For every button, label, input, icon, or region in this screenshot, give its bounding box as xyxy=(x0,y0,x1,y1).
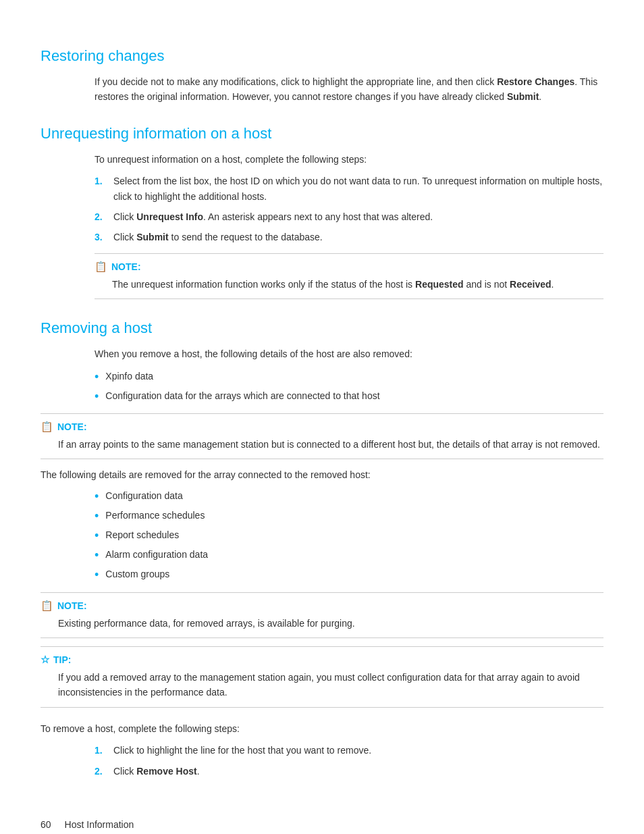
unrequesting-note: 📋 NOTE: The unrequest information functi… xyxy=(95,253,603,299)
bullet-item-1: • Xpinfo data xyxy=(95,369,603,386)
unrequesting-note-text-after: . xyxy=(552,279,554,290)
unrequesting-step-1: 1. Select from the list box, the host ID… xyxy=(95,174,603,204)
restore-changes-bold: Restore Changes xyxy=(497,76,574,87)
bullet-dot-6: • xyxy=(95,547,99,564)
bullet-dot-7: • xyxy=(95,567,99,583)
bullet-text-6: Alarm configuration data xyxy=(105,547,208,562)
removing-note-1: 📋 NOTE: If an array points to the same m… xyxy=(41,413,603,459)
removing-host-section: Removing a host When you remove a host, … xyxy=(41,319,603,779)
unrequesting-section: Unrequesting information on a host To un… xyxy=(41,125,603,299)
removing-tip: ☆ TIP: If you add a removed array to the… xyxy=(41,646,603,708)
page-number: 60 xyxy=(41,819,51,830)
removing-tip-label: ☆ TIP: xyxy=(41,654,603,666)
removing-note-1-content: If an array points to the same managemen… xyxy=(58,437,603,452)
bullet-item-4: • Performance schedules xyxy=(95,508,603,525)
bullet-item-7: • Custom groups xyxy=(95,567,603,583)
step-number-2: 2. xyxy=(95,209,113,224)
removing-note-1-text: If an array points to the same managemen… xyxy=(58,439,600,450)
removing-tip-content: If you add a removed array to the manage… xyxy=(58,670,603,700)
removing-step-text-1: Click to highlight the line for the host… xyxy=(113,743,603,758)
bullet-item-6: • Alarm configuration data xyxy=(95,547,603,564)
restoring-body-text3: . xyxy=(539,91,541,102)
remove-host-bold: Remove Host xyxy=(136,766,196,777)
bullet-dot-2: • xyxy=(95,388,99,405)
restoring-body-text1: If you decide not to make any modificati… xyxy=(95,76,497,87)
page-footer: 60 Host Information xyxy=(41,819,603,830)
removing-tip-label-text: TIP: xyxy=(53,654,71,665)
removing-step-1: 1. Click to highlight the line for the h… xyxy=(95,743,603,758)
bullet-text-3: Configuration data xyxy=(105,488,182,503)
removing-note-2-text: Existing performance data, for removed a… xyxy=(58,618,355,629)
submit-bold-2: Submit xyxy=(136,232,168,242)
removing-host-intro: When you remove a host, the following de… xyxy=(95,346,603,361)
bullet-text-2: Configuration data for the arrays which … xyxy=(105,388,379,403)
unrequesting-steps: 1. Select from the list box, the host ID… xyxy=(95,174,603,245)
restoring-changes-body: If you decide not to make any modificati… xyxy=(95,74,603,105)
unrequesting-title: Unrequesting information on a host xyxy=(41,125,603,142)
bullet-item-2: • Configuration data for the arrays whic… xyxy=(95,388,603,405)
bullet-item-3: • Configuration data xyxy=(95,488,603,505)
submit-bold: Submit xyxy=(507,91,539,102)
removing-bullets-1: • Xpinfo data • Configuration data for t… xyxy=(95,369,603,405)
unrequesting-step-2: 2. Click Unrequest Info. An asterisk app… xyxy=(95,209,603,224)
note-icon-3: 📋 xyxy=(41,600,53,612)
bullet-text-4: Performance schedules xyxy=(105,508,205,523)
bullet-dot-3: • xyxy=(95,488,99,505)
removing-step-number-1: 1. xyxy=(95,743,113,758)
unrequesting-step-3: 3. Click Submit to send the request to t… xyxy=(95,230,603,244)
removing-step-2: 2. Click Remove Host. xyxy=(95,764,603,779)
tip-icon: ☆ xyxy=(41,654,49,666)
step-number-1: 1. xyxy=(95,174,113,188)
step-text-3: Click Submit to send the request to the … xyxy=(113,230,603,244)
removing-details-intro: The following details are removed for th… xyxy=(41,467,603,482)
unrequesting-note-label: 📋 NOTE: xyxy=(95,261,603,273)
restoring-changes-section: Restoring changes If you decide not to m… xyxy=(41,47,603,105)
bullet-dot-1: • xyxy=(95,369,99,386)
bullet-text-1: Xpinfo data xyxy=(105,369,153,384)
step-text-2: Click Unrequest Info. An asterisk appear… xyxy=(113,209,603,224)
unrequesting-note-content: The unrequest information function works… xyxy=(112,277,603,292)
restoring-changes-title: Restoring changes xyxy=(41,47,603,65)
received-bold: Received xyxy=(510,279,551,290)
note-icon-1: 📋 xyxy=(95,261,107,273)
unrequesting-note-text-before: The unrequest information function works… xyxy=(112,279,415,290)
removing-step-text-2: Click Remove Host. xyxy=(113,764,603,779)
bullet-text-7: Custom groups xyxy=(105,567,169,581)
step-text-1: Select from the list box, the host ID on… xyxy=(113,174,603,204)
unrequesting-note-text-middle: and is not xyxy=(464,279,510,290)
footer-section: Host Information xyxy=(65,819,134,830)
removing-steps-intro: To remove a host, complete the following… xyxy=(41,721,603,736)
bullet-dot-4: • xyxy=(95,508,99,525)
removing-note-2: 📋 NOTE: Existing performance data, for r… xyxy=(41,592,603,638)
removing-steps: 1. Click to highlight the line for the h… xyxy=(95,743,603,779)
unrequesting-note-label-text: NOTE: xyxy=(111,261,141,272)
requested-bold: Requested xyxy=(415,279,464,290)
removing-note-1-label: 📋 NOTE: xyxy=(41,421,603,433)
unrequesting-intro: To unrequest information on a host, comp… xyxy=(95,152,603,167)
removing-note-2-label-text: NOTE: xyxy=(57,600,87,611)
removing-note-1-label-text: NOTE: xyxy=(57,421,87,432)
removing-host-title: Removing a host xyxy=(41,319,603,337)
bullet-item-5: • Report schedules xyxy=(95,527,603,544)
removing-note-2-content: Existing performance data, for removed a… xyxy=(58,616,603,631)
bullet-text-5: Report schedules xyxy=(105,527,179,542)
removing-note-2-label: 📋 NOTE: xyxy=(41,600,603,612)
removing-bullets-2: • Configuration data • Performance sched… xyxy=(95,488,603,584)
removing-tip-text: If you add a removed array to the manage… xyxy=(58,672,580,698)
removing-step-number-2: 2. xyxy=(95,764,113,779)
bullet-dot-5: • xyxy=(95,527,99,544)
note-icon-2: 📋 xyxy=(41,421,53,433)
step-number-3: 3. xyxy=(95,230,113,244)
unrequest-info-bold: Unrequest Info xyxy=(136,211,203,222)
